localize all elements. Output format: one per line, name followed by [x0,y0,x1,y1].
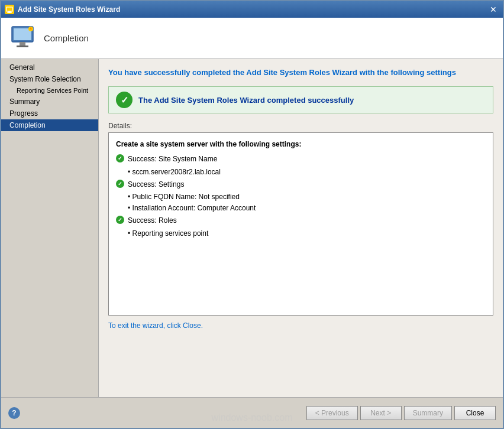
svg-rect-1 [8,11,11,12]
close-button[interactable]: Close [454,406,496,420]
footer-buttons: < Previous Next > Summary Close [306,406,496,420]
detail-label-2: Success: Roles [128,215,177,226]
detail-row-1: ✓ Success: Settings [116,179,486,190]
detail-sub-0-0: sccm.server2008r2.lab.local [116,167,486,178]
previous-button[interactable]: < Previous [306,406,358,420]
sidebar-item-general[interactable]: General [1,61,98,73]
svg-rect-0 [7,7,12,11]
detail-sub-1-1: Installation Account: Computer Account [116,203,486,214]
summary-button[interactable]: Summary [404,406,452,420]
success-banner-text: The Add Site System Roles Wizard complet… [138,96,354,105]
close-window-button[interactable]: ✕ [487,5,499,14]
detail-sub-1-0: Public FQDN Name: Not specified [116,191,486,203]
titlebar-icon [5,5,14,14]
check-icon-0: ✓ [116,154,124,162]
success-heading: You have successfully completed the Add … [108,67,493,78]
exit-text: To exit the wizard, click Close. [108,321,493,330]
titlebar: Add Site System Roles Wizard ✕ [1,1,503,18]
svg-rect-2 [7,12,12,13]
detail-sub-2-0: Reporting services point [116,228,486,239]
wizard-icon [8,24,37,53]
help-button[interactable]: ? [8,407,20,419]
sidebar-item-reporting-services-point[interactable]: Reporting Services Point [1,85,98,96]
sidebar-item-progress[interactable]: Progress [1,108,98,119]
detail-label-0: Success: Site System Name [128,154,217,165]
check-icon-2: ✓ [116,216,124,224]
svg-rect-5 [20,42,25,46]
svg-rect-6 [17,46,28,47]
sidebar-item-completion[interactable]: Completion [1,119,98,131]
details-title: Create a site system server with the fol… [116,139,486,150]
svg-rect-4 [14,28,31,40]
content-area: You have successfully completed the Add … [99,59,503,397]
header-bar: Completion [1,18,503,59]
details-box: Create a site system server with the fol… [108,132,493,316]
footer: ? < Previous Next > Summary Close [1,397,503,428]
titlebar-title: Add Site System Roles Wizard [18,5,484,14]
success-check-icon: ✓ [116,92,133,108]
details-label: Details: [108,122,493,130]
sidebar-item-system-role-selection[interactable]: System Role Selection [1,73,98,85]
sidebar-item-summary[interactable]: Summary [1,96,98,108]
main-content: General System Role Selection Reporting … [1,59,503,397]
check-icon-1: ✓ [116,180,124,188]
detail-row-0: ✓ Success: Site System Name [116,154,486,165]
sidebar: General System Role Selection Reporting … [1,59,99,397]
next-button[interactable]: Next > [360,406,402,420]
detail-label-1: Success: Settings [128,179,184,190]
header-title: Completion [44,33,89,43]
detail-row-2: ✓ Success: Roles [116,215,486,226]
success-banner: ✓ The Add Site System Roles Wizard compl… [108,86,493,113]
wizard-window: Add Site System Roles Wizard ✕ Completio… [0,0,504,429]
